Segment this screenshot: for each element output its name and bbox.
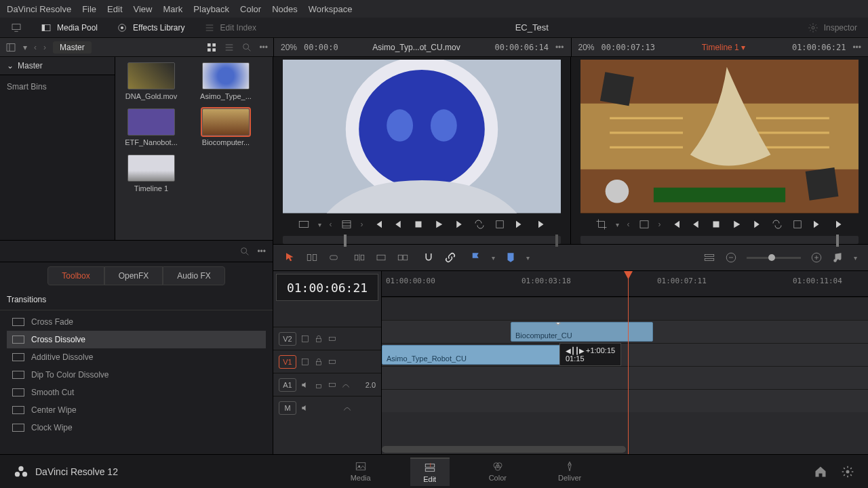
auto-select-icon[interactable] [328, 357, 337, 367]
track-head-v2[interactable]: V2 [273, 327, 381, 350]
more-icon[interactable]: ••• [555, 43, 564, 52]
stop-icon[interactable] [412, 218, 425, 230]
menu-mark[interactable]: Mark [163, 4, 182, 14]
smart-bins-header[interactable]: Smart Bins [0, 75, 115, 98]
match-frame-icon[interactable] [791, 218, 804, 230]
transition-item[interactable]: Smooth Cut [7, 384, 266, 401]
zoom-out-icon[interactable] [725, 251, 737, 264]
next-frame-icon[interactable] [453, 218, 465, 230]
flag-icon[interactable] [470, 251, 482, 264]
curve-icon[interactable] [341, 380, 351, 390]
zoom-in-icon[interactable] [810, 251, 823, 264]
music-icon[interactable] [832, 251, 844, 264]
timeline-view-icon[interactable] [703, 251, 715, 264]
program-zoom[interactable]: 20% [578, 43, 595, 52]
timeline-name[interactable]: Timeline 1 ▾ [662, 43, 785, 52]
next-button[interactable]: › [43, 43, 46, 52]
last-frame-icon[interactable] [812, 218, 824, 230]
menu-playback[interactable]: Playback [193, 4, 229, 14]
edit-index-toggle[interactable]: Edit Index [204, 22, 256, 33]
tab-audiofx[interactable]: Audio FX [163, 266, 224, 285]
last-frame-icon[interactable] [514, 218, 526, 230]
mute-icon[interactable] [300, 380, 310, 390]
mark-out-icon[interactable] [832, 218, 844, 230]
lock-icon[interactable] [314, 357, 323, 367]
overwrite-icon[interactable] [375, 251, 387, 264]
menu-nodes[interactable]: Nodes [272, 4, 298, 14]
crop-icon[interactable] [595, 218, 608, 230]
first-frame-icon[interactable] [669, 218, 682, 230]
loop-icon[interactable] [473, 218, 486, 230]
clip-thumb[interactable]: ETF_Nanobot... [121, 108, 182, 146]
menu-view[interactable]: View [134, 4, 153, 14]
auto-select-icon[interactable] [328, 380, 337, 390]
arrow-tool-icon[interactable] [284, 251, 296, 264]
loop-icon[interactable] [771, 218, 783, 230]
effects-library-toggle[interactable]: Effects Library [117, 22, 184, 33]
search-icon[interactable] [241, 42, 252, 53]
transition-item[interactable]: Additive Dissolve [7, 348, 266, 366]
transition-item[interactable]: Cross Dissolve [7, 331, 266, 348]
curve-icon[interactable] [342, 403, 352, 413]
tab-toolbox[interactable]: Toolbox [47, 266, 104, 285]
transition-item[interactable]: Clock Wipe [7, 419, 266, 436]
snap-icon[interactable] [422, 251, 435, 264]
next-frame-icon[interactable] [751, 218, 763, 230]
page-color[interactable]: Color [477, 458, 519, 486]
playhead[interactable] [628, 271, 629, 454]
film-icon[interactable] [638, 218, 650, 230]
media-pool-toggle[interactable]: Media Pool [41, 22, 98, 33]
program-scrubber[interactable] [580, 236, 859, 244]
inspector-toggle[interactable]: Inspector [808, 22, 857, 33]
replace-icon[interactable] [397, 251, 409, 264]
source-clip-name[interactable]: Asimo_Typ...ot_CU.mov [345, 43, 488, 52]
bin-name[interactable]: Master [53, 41, 92, 54]
timeline-ruler[interactable]: 01:00:00:00 01:00:03:18 01:00:07:11 01:0… [382, 271, 868, 297]
source-screen[interactable] [283, 60, 561, 214]
menu-edit[interactable]: Edit [107, 4, 122, 14]
transition-item[interactable]: Center Wipe [7, 401, 266, 419]
menu-workspace[interactable]: Workspace [309, 4, 353, 14]
page-media[interactable]: Media [338, 458, 383, 486]
mark-out-icon[interactable] [534, 218, 547, 230]
timeline-thumb[interactable]: Timeline 1 [121, 155, 182, 192]
gear-icon[interactable] [841, 465, 854, 479]
more-icon[interactable]: ••• [257, 247, 266, 256]
play-icon[interactable] [433, 218, 445, 230]
transition-handle[interactable] [553, 322, 563, 325]
prev-frame-icon[interactable] [690, 218, 702, 230]
timeline-timecode[interactable]: 01:00:06:21 [276, 274, 378, 301]
source-zoom[interactable]: 20% [281, 43, 297, 52]
menu-color[interactable]: Color [240, 4, 261, 14]
blade-tool-icon[interactable] [328, 251, 340, 264]
play-icon[interactable] [730, 218, 743, 230]
track-head-v1[interactable]: V1 [273, 350, 381, 373]
timeline-body[interactable]: 01:00:00:00 01:00:03:18 01:00:07:11 01:0… [382, 271, 868, 454]
clip-thumb[interactable]: Asimo_Type_... [195, 62, 256, 100]
track-v1[interactable]: Asimo_Type_Robot_CU [382, 343, 868, 366]
clip-v2[interactable]: Biocomputer_CU [511, 322, 653, 342]
clip-mode-icon[interactable] [298, 218, 310, 230]
insert-icon[interactable] [353, 251, 366, 264]
grid-view-icon[interactable] [206, 42, 217, 53]
page-edit[interactable]: Edit [410, 458, 450, 486]
auto-select-icon[interactable] [328, 334, 337, 344]
transition-item[interactable]: Dip To Color Dissolve [7, 366, 266, 384]
clip-thumb[interactable]: Biocomputer... [195, 108, 256, 146]
home-icon[interactable] [814, 465, 827, 479]
prev-button[interactable]: ‹ [34, 43, 37, 52]
track-a1[interactable] [382, 366, 868, 389]
search-icon[interactable] [239, 246, 250, 257]
lock-icon[interactable] [314, 380, 323, 390]
horizontal-scrollbar[interactable] [382, 446, 626, 453]
program-screen[interactable] [580, 60, 859, 214]
bin-tree-header[interactable]: ⌄Master [0, 57, 115, 75]
fx-category[interactable]: Transitions [0, 289, 273, 310]
disable-icon[interactable] [300, 357, 310, 367]
source-scrubber[interactable] [283, 236, 561, 244]
clip-thumb[interactable]: DNA_Gold.mov [121, 62, 182, 100]
match-frame-icon[interactable] [494, 218, 506, 230]
lock-icon[interactable] [314, 334, 323, 344]
tab-openfx[interactable]: OpenFX [104, 266, 163, 285]
list-view-icon[interactable] [224, 42, 235, 53]
